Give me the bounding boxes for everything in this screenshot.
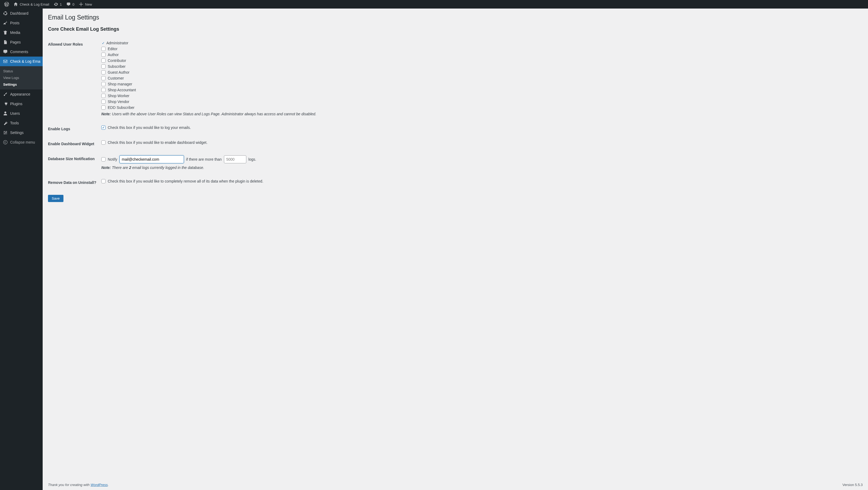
updates-link[interactable]: 1 bbox=[52, 0, 64, 8]
checkbox-role-contributor[interactable] bbox=[101, 58, 105, 63]
checkbox-role-shop-manager[interactable] bbox=[101, 82, 105, 86]
notify-logs-word: logs. bbox=[248, 157, 256, 162]
email-icon bbox=[3, 59, 8, 64]
sidebar-item-comments[interactable]: Comments bbox=[0, 47, 43, 57]
section-title: Core Check Email Log Settings bbox=[48, 26, 863, 32]
sidebar-item-collapse[interactable]: Collapse menu bbox=[0, 138, 43, 147]
sidebar-item-label: Pages bbox=[10, 40, 21, 44]
role-label: Shop manager bbox=[108, 82, 132, 86]
page-icon bbox=[3, 39, 8, 45]
new-label: New bbox=[85, 2, 92, 6]
media-icon bbox=[3, 30, 8, 35]
comment-icon bbox=[3, 49, 8, 54]
role-label: Editor bbox=[108, 47, 118, 51]
comments-link[interactable]: 0 bbox=[64, 0, 76, 8]
note-post: email logs currently logged in the datab… bbox=[131, 166, 204, 170]
svg-point-0 bbox=[3, 140, 7, 144]
sidebar-item-pages[interactable]: Pages bbox=[0, 37, 43, 47]
plus-icon bbox=[79, 2, 84, 7]
row-label-enable-logs: Enable Logs bbox=[48, 121, 101, 136]
checkbox-enable-widget[interactable] bbox=[101, 140, 105, 145]
checkbox-role-shop-vendor[interactable] bbox=[101, 99, 105, 104]
role-label: Guest Author bbox=[108, 70, 130, 75]
checkbox-role-shop-accountant[interactable] bbox=[101, 88, 105, 92]
sidebar-item-tools[interactable]: Tools bbox=[0, 118, 43, 128]
role-label: Shop Accountant bbox=[108, 88, 136, 92]
submenu-item-status[interactable]: Status bbox=[0, 68, 43, 75]
role-label: Customer bbox=[108, 76, 124, 80]
checkbox-remove-data[interactable] bbox=[101, 179, 105, 183]
sliders-icon bbox=[3, 130, 8, 135]
checkbox-role-customer[interactable] bbox=[101, 76, 105, 80]
footer-post: . bbox=[108, 483, 109, 487]
admin-footer: Thank you for creating with WordPress. V… bbox=[43, 480, 868, 490]
admin-sidebar: Dashboard Posts Media Pages Comments Che… bbox=[0, 8, 43, 490]
allowed-roles-list: ✓ Administrator Editor Author Contributo… bbox=[101, 41, 860, 110]
sidebar-item-label: Settings bbox=[10, 131, 24, 135]
sidebar-item-label: Check & Log Email bbox=[10, 59, 40, 63]
notify-email-input[interactable] bbox=[119, 155, 184, 163]
user-icon bbox=[3, 111, 8, 116]
notify-threshold-input[interactable] bbox=[224, 155, 246, 163]
checkbox-role-guest-author[interactable] bbox=[101, 70, 105, 75]
refresh-icon bbox=[54, 2, 58, 7]
enable-widget-desc: Check this box if you would like to enab… bbox=[108, 140, 208, 145]
allowed-roles-note: Note: Users with the above User Roles ca… bbox=[101, 112, 860, 116]
enable-logs-desc: Check this box if you would like to log … bbox=[108, 125, 191, 130]
home-icon bbox=[13, 2, 18, 7]
note-label: Note: bbox=[101, 112, 111, 116]
sidebar-submenu: Status View Logs Settings bbox=[0, 66, 43, 89]
role-label: Contributor bbox=[108, 58, 126, 63]
sidebar-item-plugins[interactable]: Plugins bbox=[0, 99, 43, 109]
checkbox-role-editor[interactable] bbox=[101, 47, 105, 51]
comment-icon bbox=[66, 2, 71, 7]
row-label-allowed-roles: Allowed User Roles bbox=[48, 37, 101, 121]
site-name-link[interactable]: Check & Log Email bbox=[11, 0, 52, 8]
settings-form: Allowed User Roles ✓ Administrator Edito… bbox=[48, 37, 863, 190]
note-text: Users with the above User Roles can view… bbox=[111, 112, 316, 116]
role-label: EDD Subscriber bbox=[108, 106, 134, 110]
wrench-icon bbox=[3, 120, 8, 126]
sidebar-item-check-log-email[interactable]: Check & Log Email bbox=[0, 57, 43, 66]
sidebar-item-label: Users bbox=[10, 111, 20, 116]
checkbox-role-author[interactable] bbox=[101, 53, 105, 57]
row-label-remove-data: Remove Data on Uninstall? bbox=[48, 175, 101, 190]
checkbox-role-subscriber[interactable] bbox=[101, 64, 105, 68]
sidebar-item-label: Dashboard bbox=[10, 11, 29, 16]
checkbox-role-shop-worker[interactable] bbox=[101, 94, 105, 98]
sidebar-item-posts[interactable]: Posts bbox=[0, 18, 43, 28]
sidebar-item-appearance[interactable]: Appearance bbox=[0, 89, 43, 99]
sidebar-item-label: Comments bbox=[10, 50, 28, 54]
sidebar-item-users[interactable]: Users bbox=[0, 109, 43, 118]
sidebar-item-label: Posts bbox=[10, 21, 20, 25]
sidebar-item-label: Appearance bbox=[10, 92, 30, 96]
submenu-item-view-logs[interactable]: View Logs bbox=[0, 75, 43, 81]
footer-credit: Thank you for creating with WordPress. bbox=[48, 483, 109, 487]
checkbox-enable-logs[interactable] bbox=[101, 125, 105, 130]
log-count: 2 bbox=[129, 166, 131, 170]
wp-logo[interactable] bbox=[2, 0, 11, 8]
sidebar-item-media[interactable]: Media bbox=[0, 28, 43, 37]
collapse-icon bbox=[3, 140, 8, 145]
sidebar-item-settings[interactable]: Settings bbox=[0, 128, 43, 138]
role-administrator: ✓ Administrator bbox=[101, 41, 860, 45]
row-label-db-notify: Database Size Notification bbox=[48, 151, 101, 175]
new-content-link[interactable]: New bbox=[76, 0, 94, 8]
checkbox-db-notify[interactable] bbox=[101, 157, 105, 162]
admin-topbar: Check & Log Email 1 0 New bbox=[0, 0, 868, 8]
wordpress-link[interactable]: WordPress bbox=[91, 483, 108, 487]
role-label: Shop Worker bbox=[108, 94, 129, 98]
remove-data-desc: Check this box if you would like to comp… bbox=[108, 179, 264, 183]
dashboard-icon bbox=[3, 11, 8, 16]
page-content: Email Log Settings Core Check Email Log … bbox=[43, 8, 868, 490]
note-pre: There are bbox=[111, 166, 129, 170]
comments-count: 0 bbox=[72, 2, 74, 6]
updates-count: 1 bbox=[60, 2, 62, 6]
sidebar-item-dashboard[interactable]: Dashboard bbox=[0, 8, 43, 18]
checkbox-role-edd-subscriber[interactable] bbox=[101, 106, 105, 110]
submenu-item-settings[interactable]: Settings bbox=[0, 81, 43, 88]
role-label: Author bbox=[108, 53, 119, 57]
notify-word: Notify bbox=[108, 157, 117, 162]
save-button[interactable]: Save bbox=[48, 195, 63, 202]
plug-icon bbox=[3, 101, 8, 107]
